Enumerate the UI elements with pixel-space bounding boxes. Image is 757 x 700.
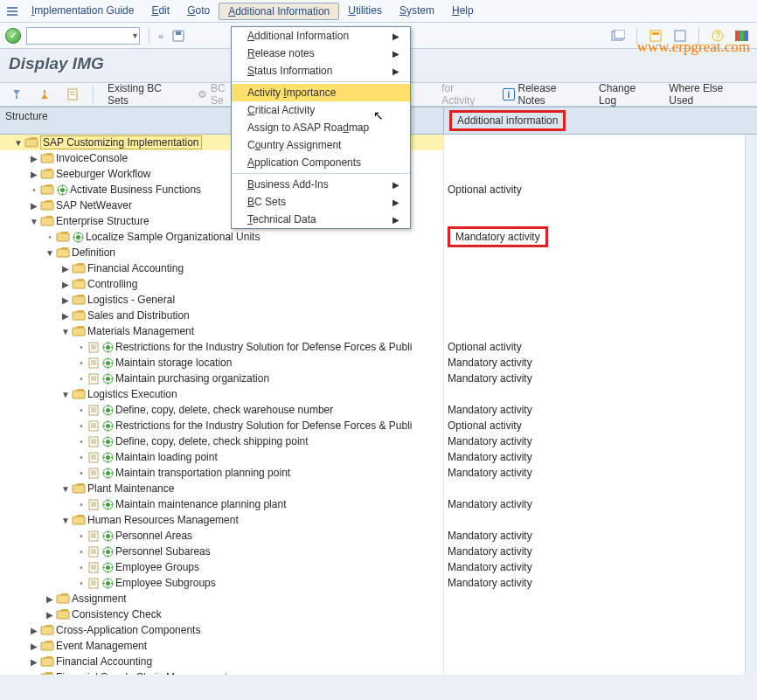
expand-icon[interactable] <box>5 87 28 102</box>
note-icon[interactable] <box>87 341 100 353</box>
enter-icon[interactable]: ✓ <box>5 28 21 44</box>
tree-row[interactable]: ▼Plant Maintenance <box>0 481 757 496</box>
execute-icon[interactable] <box>56 184 68 196</box>
tree-row[interactable]: ▶Controlling <box>0 276 757 292</box>
existing-bc-sets-button[interactable]: Existing BC Sets <box>102 80 187 108</box>
expand-arrow-icon[interactable]: ▶ <box>28 657 40 667</box>
execute-icon[interactable] <box>101 341 114 353</box>
tree-row[interactable]: ▼Human Resources Management <box>0 512 757 528</box>
tree-row[interactable]: ▶Event Management <box>0 638 757 654</box>
menu-item-business-add-ins[interactable]: Business Add-Ins▶ <box>232 176 410 193</box>
tree-row[interactable]: •Maintain storage locationMandatory acti… <box>0 355 757 371</box>
execute-icon[interactable] <box>101 435 114 447</box>
collapse-arrow-icon[interactable]: ▼ <box>12 138 24 148</box>
execute-icon[interactable] <box>101 498 114 510</box>
note-icon[interactable] <box>87 435 100 447</box>
tree-row[interactable]: •Personnel AreasMandatory activity <box>0 528 757 544</box>
note-icon[interactable] <box>87 467 100 479</box>
tree-row[interactable]: ▶Consistency Check <box>0 606 757 622</box>
tree-row[interactable]: ▶Financial Accounting <box>0 654 757 669</box>
tree-row[interactable]: •Localize Sample Organizational UnitsMan… <box>0 229 757 245</box>
collapse-arrow-icon[interactable]: ▼ <box>59 484 72 494</box>
expand-arrow-icon[interactable]: ▶ <box>28 641 40 651</box>
menu-item-bc-sets[interactable]: BC Sets▶ <box>232 193 410 211</box>
expand-arrow-icon[interactable]: ▶ <box>28 201 40 211</box>
tree-row[interactable]: ▶Financial Supply Chain Management <box>0 669 757 675</box>
menu-item-critical-activity[interactable]: Critical Activity <box>232 101 410 119</box>
tree-row[interactable]: •Maintain purchasing organizationMandato… <box>0 371 757 386</box>
note-icon[interactable] <box>87 419 100 432</box>
tree-row[interactable]: •Maintain transportation planning pointM… <box>0 465 757 481</box>
execute-icon[interactable] <box>101 419 114 432</box>
execute-icon[interactable] <box>101 545 114 558</box>
tree-row[interactable]: ▶Assignment <box>0 591 757 606</box>
save-icon[interactable] <box>169 26 188 45</box>
expand-arrow-icon[interactable]: ▶ <box>59 295 72 305</box>
text-icon[interactable] <box>61 87 84 102</box>
menu-item-technical-data[interactable]: Technical Data▶ <box>232 211 410 228</box>
execute-icon[interactable] <box>101 530 114 542</box>
expand-arrow-icon[interactable]: ▶ <box>44 610 56 620</box>
tree-row[interactable]: •Define, copy, delete, check warehouse n… <box>0 402 757 418</box>
collapse-arrow-icon[interactable]: ▼ <box>59 516 72 525</box>
expand-arrow-icon[interactable]: ▶ <box>28 673 40 676</box>
tree-row[interactable]: •Maintain maintenance planning plantMand… <box>0 496 757 512</box>
menu-item-country-assignment[interactable]: Country Assignment <box>232 136 410 154</box>
tree-row[interactable]: •Restrictions for the Industry Solution … <box>0 418 757 433</box>
tree-row[interactable]: ▼Materials Management <box>0 323 757 339</box>
menu-item-release-notes[interactable]: Release notes▶ <box>232 45 410 62</box>
menu-goto[interactable]: Goto <box>178 3 219 20</box>
command-field[interactable]: ▾ <box>26 27 140 45</box>
tree-row[interactable]: •Restrictions for the Industry Solution … <box>0 339 757 355</box>
note-icon[interactable] <box>87 372 100 385</box>
menu-icon[interactable] <box>3 3 21 20</box>
execute-icon[interactable] <box>101 451 114 463</box>
new-session-icon[interactable] <box>608 26 628 45</box>
execute-icon[interactable] <box>101 357 114 369</box>
collapse-arrow-icon[interactable]: ▼ <box>28 217 40 226</box>
tree-row[interactable]: ▶Sales and Distribution <box>0 308 757 323</box>
where-else-used-button[interactable]: Where Else Used <box>663 80 752 108</box>
menu-edit[interactable]: Edit <box>142 3 178 20</box>
collapse-arrow-icon[interactable]: ▼ <box>44 248 56 258</box>
tree-row[interactable]: ▼Logistics Execution <box>0 386 757 402</box>
tree-row[interactable]: •Define, copy, delete, check shipping po… <box>0 433 757 449</box>
collapse-arrow-icon[interactable]: ▼ <box>59 327 72 336</box>
expand-arrow-icon[interactable]: ▶ <box>28 626 40 635</box>
note-icon[interactable] <box>87 404 100 416</box>
menu-utilities[interactable]: Utilities <box>339 3 391 20</box>
menu-help[interactable]: Help <box>443 3 483 20</box>
note-icon[interactable] <box>87 545 100 558</box>
note-icon[interactable] <box>87 561 100 573</box>
note-icon[interactable] <box>87 451 100 463</box>
tree-row[interactable]: •Maintain loading pointMandatory activit… <box>0 449 757 465</box>
tree-row[interactable]: ▼Definition <box>0 245 757 260</box>
execute-icon[interactable] <box>101 577 114 589</box>
expand-arrow-icon[interactable]: ▶ <box>28 154 40 163</box>
note-icon[interactable] <box>87 498 100 510</box>
tree-row[interactable]: ▶Financial Accounting <box>0 260 757 276</box>
tree-row[interactable]: •Personnel SubareasMandatory activity <box>0 544 757 559</box>
execute-icon[interactable] <box>101 404 114 416</box>
scrollbar[interactable] <box>745 135 757 675</box>
menu-item-activity-importance[interactable]: Activity Importance <box>232 84 410 101</box>
menu-item-assign-to-asap-roadmap[interactable]: Assign to ASAP Roadmap <box>232 119 410 136</box>
note-icon[interactable] <box>87 357 100 369</box>
tree-row[interactable]: ▶Logistics - General <box>0 292 757 308</box>
execute-icon[interactable] <box>101 467 114 479</box>
menu-additional-information[interactable]: Additional Information <box>219 3 339 20</box>
menu-item-additional-information[interactable]: Additional Information▶ <box>232 27 410 45</box>
menu-implementation-guide[interactable]: Implementation Guide <box>23 3 142 20</box>
note-icon[interactable] <box>87 530 100 542</box>
tree-row[interactable]: ▶Cross-Application Components <box>0 622 757 638</box>
execute-icon[interactable] <box>72 231 84 243</box>
execute-icon[interactable] <box>101 561 114 573</box>
menu-item-status-information[interactable]: Status Information▶ <box>232 62 410 80</box>
column-header-additional-info[interactable]: Additional information <box>444 107 757 134</box>
expand-arrow-icon[interactable]: ▶ <box>59 311 72 321</box>
expand-arrow-icon[interactable]: ▶ <box>59 280 72 289</box>
execute-icon[interactable] <box>101 372 114 385</box>
collapse-arrow-icon[interactable]: ▼ <box>59 390 72 399</box>
menu-item-application-components[interactable]: Application Components <box>232 154 410 171</box>
menu-system[interactable]: System <box>391 3 443 20</box>
